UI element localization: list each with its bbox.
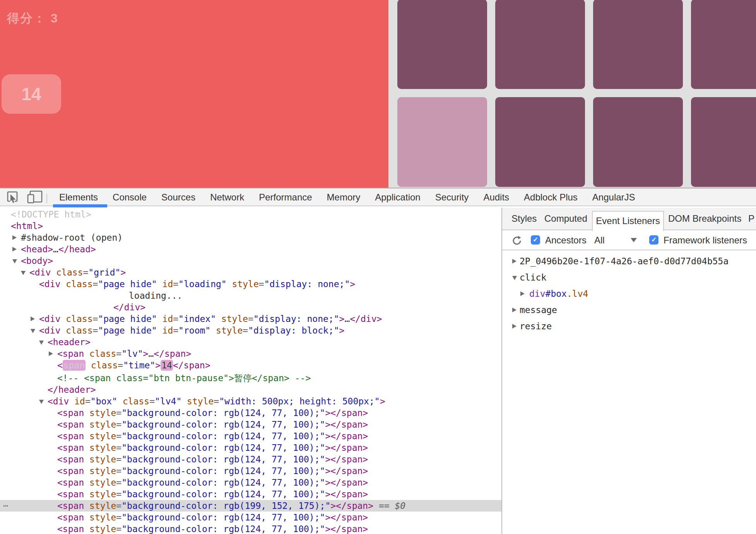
event-listener-row[interactable]: 2P_0496b20e-1f07-4a26-aef0-d0d77d04b55a (502, 253, 756, 269)
dom-tree-row[interactable]: ⋯<span style="background-color: rgb(199,… (0, 500, 501, 512)
code-segment: style (181, 396, 214, 406)
device-toolbar-button[interactable] (26, 191, 43, 204)
code-segment: "display: block;" (248, 325, 339, 335)
dom-tree-row[interactable]: <span style="background-color: rgb(124, … (0, 488, 501, 500)
dom-tree-row[interactable]: <html> (0, 220, 501, 232)
dom-tree-row[interactable]: <span style="background-color: rgb(124, … (0, 523, 501, 534)
devtools-tab-angularjs[interactable]: AngularJS (592, 192, 635, 203)
devtools-tab-audits[interactable]: Audits (483, 192, 509, 203)
event-listener-row[interactable]: click (502, 269, 756, 286)
expand-triangle-icon[interactable] (512, 308, 517, 312)
dom-tree-row[interactable]: <span class="lv">…</span> (0, 348, 501, 359)
event-listener-row[interactable]: resize (502, 318, 756, 334)
dom-tree-row[interactable]: <span style="background-color: rgb(124, … (0, 512, 501, 523)
dom-tree-row[interactable]: loading... (0, 290, 501, 301)
dom-tree-row[interactable]: <div class="page hide" id="index" style=… (0, 313, 501, 325)
devtools-tab-console[interactable]: Console (113, 192, 147, 203)
grid-tile[interactable] (593, 0, 683, 89)
devtools-tab-adblock-plus[interactable]: Adblock Plus (524, 192, 578, 203)
grid-tile[interactable] (495, 97, 585, 187)
sidebar-tab-event-listeners[interactable]: Event Listeners (592, 211, 664, 231)
devtools-toolbar: ElementsConsoleSourcesNetworkPerformance… (0, 188, 756, 206)
collapse-triangle-icon[interactable] (31, 329, 35, 333)
sidebar-tab-dom-breakpoints[interactable]: DOM Breakpoints (668, 208, 741, 229)
timer-badge: 14 (2, 74, 61, 114)
code-segment: style (210, 325, 243, 335)
framework-listeners-checkbox[interactable]: ✓ (649, 235, 659, 245)
sidebar-tab-styles[interactable]: Styles (511, 208, 537, 229)
collapse-triangle-icon[interactable] (21, 271, 26, 275)
devtools-tab-sources[interactable]: Sources (161, 192, 195, 203)
code-segment: <div (39, 279, 66, 289)
code-segment: = (93, 314, 98, 324)
code-segment: <span (57, 431, 89, 441)
code-segment: = (116, 443, 121, 453)
timer-value: 14 (21, 84, 41, 104)
code-segment: = (243, 325, 248, 335)
grid-tile[interactable] (691, 0, 756, 89)
grid-tile[interactable] (593, 97, 683, 187)
dom-tree-row[interactable]: <span style="background-color: rgb(124, … (0, 477, 501, 488)
dom-tree-row[interactable]: <header> (0, 336, 501, 348)
devtools-tab-security[interactable]: Security (435, 192, 469, 203)
dom-tree-row[interactable]: <div class="page hide" id="room" style="… (0, 325, 501, 336)
dom-tree-row[interactable]: #shadow-root (open) (0, 232, 501, 243)
event-listener-row[interactable]: message (502, 302, 756, 318)
listener-filter-select[interactable]: All (594, 235, 605, 246)
collapse-triangle-icon[interactable] (512, 276, 517, 280)
grid-tile[interactable] (691, 97, 756, 187)
dom-tree-row[interactable]: <div id="box" class="lv4" style="width: … (0, 395, 501, 407)
expand-triangle-icon[interactable] (12, 247, 17, 252)
dom-tree-row[interactable]: <span style="background-color: rgb(124, … (0, 454, 501, 465)
dom-tree-row[interactable]: <body> (0, 255, 501, 267)
devtools-tab-network[interactable]: Network (210, 192, 244, 203)
dom-tree-row[interactable]: <div class="page hide" id="loading" styl… (0, 278, 501, 290)
collapse-triangle-icon[interactable] (39, 400, 44, 404)
chevron-down-icon[interactable] (631, 238, 637, 242)
collapse-triangle-icon[interactable] (12, 259, 17, 264)
grid-tile[interactable] (397, 0, 487, 89)
dom-tree-row[interactable]: <head>…</head> (0, 243, 501, 255)
code-segment: <span (57, 489, 89, 499)
grid-tile-odd[interactable] (397, 97, 487, 187)
code-segment: ></span> (325, 512, 368, 522)
dom-tree-row[interactable]: <!-- <span class="btn btn-pause">暂停</spa… (0, 372, 501, 384)
devtools-tab-elements[interactable]: Elements (59, 192, 98, 203)
dom-tree-row[interactable]: <span style="background-color: rgb(124, … (0, 465, 501, 477)
expand-triangle-icon[interactable] (520, 291, 525, 296)
sidebar-tab-computed[interactable]: Computed (544, 208, 587, 229)
dom-tree-row[interactable]: </div> (0, 301, 501, 313)
expand-triangle-icon[interactable] (12, 235, 17, 240)
code-segment: <div (48, 396, 74, 406)
inspect-element-button[interactable] (4, 191, 21, 204)
devtools-tab-performance[interactable]: Performance (259, 192, 312, 203)
code-segment: style (89, 501, 116, 511)
refresh-button[interactable] (511, 235, 522, 248)
code-segment: </span> (173, 360, 210, 370)
row-more-actions[interactable]: ⋯ (3, 500, 9, 512)
devtools-tab-application[interactable]: Application (375, 192, 420, 203)
code-segment: "background-color: rgb(124, 77, 100);" (121, 454, 325, 464)
collapse-triangle-icon[interactable] (39, 341, 44, 345)
dom-tree-row[interactable]: <div class="grid"> (0, 267, 501, 278)
expand-triangle-icon[interactable] (512, 324, 517, 329)
code-segment: <span (57, 454, 89, 464)
sidebar-tab-p[interactable]: P (748, 208, 754, 229)
dom-tree-row[interactable]: <span style="background-color: rgb(124, … (0, 442, 501, 454)
listener-label: resize (520, 318, 552, 334)
dom-tree-row[interactable]: <span style="background-color: rgb(124, … (0, 419, 501, 430)
devtools-tab-memory[interactable]: Memory (327, 192, 361, 203)
dom-tree-row[interactable]: <!DOCTYPE html> (0, 209, 501, 220)
grid-tile[interactable] (495, 0, 585, 89)
event-listener-row[interactable]: div#box.lv4 (502, 286, 756, 302)
expand-triangle-icon[interactable] (512, 259, 517, 264)
expand-triangle-icon[interactable] (31, 317, 35, 321)
active-tab-underline (53, 204, 107, 207)
dom-tree-row[interactable]: <span style="background-color: rgb(124, … (0, 430, 501, 442)
dom-tree-row[interactable]: <span style="background-color: rgb(124, … (0, 407, 501, 419)
ancestors-checkbox[interactable]: ✓ (531, 235, 540, 245)
dom-tree-row[interactable]: </header> (0, 384, 501, 395)
dom-tree-row[interactable]: <span class="time">14</span> (0, 359, 501, 371)
code-segment: > (120, 267, 126, 277)
expand-triangle-icon[interactable] (49, 351, 53, 356)
